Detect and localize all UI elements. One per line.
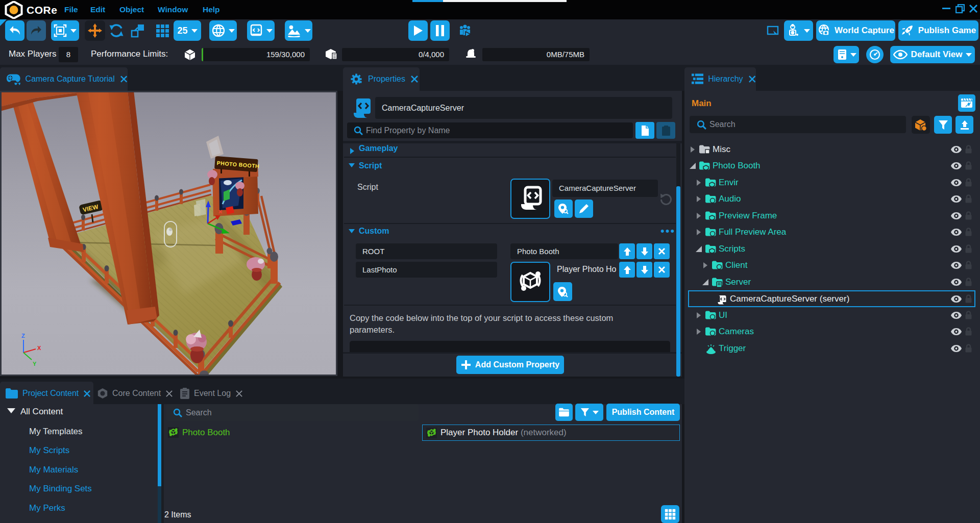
svg-text:Z: Z xyxy=(21,333,25,339)
svg-text:Y: Y xyxy=(33,361,37,367)
svg-text:X: X xyxy=(37,345,41,351)
